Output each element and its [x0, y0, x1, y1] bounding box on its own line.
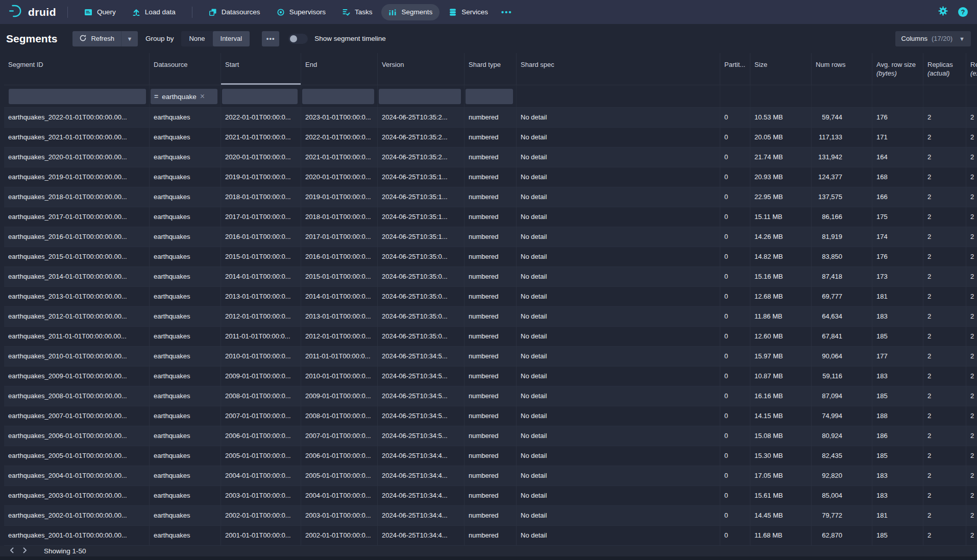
table-cell: 15.61 MB: [750, 486, 812, 505]
column-header-segment-id[interactable]: Segment ID: [4, 53, 150, 85]
filter-input-version[interactable]: [379, 89, 461, 104]
datasource-filter-chip[interactable]: =earthquake×: [151, 89, 217, 104]
table-row[interactable]: earthquakes_2011-01-01T00:00:00.00...ear…: [4, 327, 977, 347]
help-icon[interactable]: ?: [958, 7, 968, 17]
toolbar-more-button[interactable]: •••: [262, 31, 279, 46]
nav-item-segments[interactable]: Segments: [381, 4, 439, 20]
columns-button[interactable]: Columns (17/20) ▼: [895, 31, 971, 46]
table-row[interactable]: earthquakes_2015-01-01T00:00:00.00...ear…: [4, 247, 977, 267]
column-header-datasource[interactable]: Datasource: [150, 53, 221, 85]
table-cell: 2: [966, 267, 977, 286]
next-page-button[interactable]: [18, 546, 32, 556]
segment-timeline-toggle[interactable]: [288, 34, 308, 44]
nav-overflow-button[interactable]: •••: [496, 8, 518, 16]
table-row[interactable]: earthquakes_2019-01-01T00:00:00.00...ear…: [4, 167, 977, 187]
prev-page-button[interactable]: [5, 546, 18, 556]
nav-item-load-data[interactable]: Load data: [125, 4, 183, 20]
table-row[interactable]: earthquakes_2005-01-01T00:00:00.00...ear…: [4, 446, 977, 466]
filter-input-end[interactable]: [302, 89, 374, 104]
table-row[interactable]: earthquakes_2017-01-01T00:00:00.00...ear…: [4, 207, 977, 227]
filter-input-shard-type[interactable]: [466, 89, 513, 104]
table-cell: No detail: [517, 267, 720, 286]
table-cell: 0: [720, 466, 750, 485]
nav-item-services[interactable]: Services: [442, 4, 495, 20]
table-row[interactable]: earthquakes_2022-01-01T00:00:00.00...ear…: [4, 108, 977, 128]
table-cell: 21.74 MB: [750, 148, 812, 167]
table-row[interactable]: earthquakes_2004-01-01T00:00:00.00...ear…: [4, 466, 977, 486]
table-row[interactable]: earthquakes_2016-01-01T00:00:00.00...ear…: [4, 227, 977, 247]
table-row[interactable]: earthquakes_2013-01-01T00:00:00.00...ear…: [4, 287, 977, 307]
column-header-num-rows[interactable]: Num rows: [812, 53, 872, 85]
column-header-replication-factor[interactable]: Replication factor(expected): [966, 53, 977, 85]
druid-logo[interactable]: druid: [8, 4, 56, 20]
table-cell: earthquakes: [150, 207, 221, 227]
column-header-shard-type[interactable]: Shard type: [465, 53, 517, 85]
column-header-end[interactable]: End: [301, 53, 378, 85]
nav-divider: [67, 7, 68, 18]
nav-item-query[interactable]: Query: [77, 4, 123, 20]
table-row[interactable]: earthquakes_2002-01-01T00:00:00.00...ear…: [4, 506, 977, 526]
table-cell: No detail: [517, 227, 720, 247]
nav-item-supervisors[interactable]: Supervisors: [270, 4, 333, 20]
segment-timeline-label: Show segment timeline: [314, 35, 386, 42]
table-cell: 0: [720, 108, 750, 127]
table-cell: earthquakes_2020-01-01T00:00:00.00...: [4, 148, 150, 167]
table-cell: numbered: [465, 466, 517, 485]
table-cell: 2: [923, 526, 966, 545]
gear-icon[interactable]: [938, 6, 948, 18]
table-cell: 2024-06-25T10:34:4...: [378, 446, 465, 466]
scrollbar-track[interactable]: [0, 556, 977, 560]
refresh-dropdown-button[interactable]: ▼: [121, 31, 138, 46]
table-row[interactable]: earthquakes_2009-01-01T00:00:00.00...ear…: [4, 367, 977, 386]
column-header-replicas[interactable]: Replicas(actual): [923, 53, 966, 85]
table-row[interactable]: earthquakes_2012-01-01T00:00:00.00...ear…: [4, 307, 977, 327]
table-cell: 2021-01-01T00:00:0...: [221, 128, 301, 147]
filter-cell: [465, 85, 517, 107]
table-row[interactable]: earthquakes_2007-01-01T00:00:00.00...ear…: [4, 406, 977, 426]
column-header-version[interactable]: Version: [378, 53, 465, 85]
supervisors-icon: [277, 8, 285, 16]
table-cell: 2: [923, 466, 966, 485]
column-header-label: Shard type: [469, 61, 512, 68]
table-cell: 2016-01-01T00:00:0...: [301, 247, 378, 266]
table-cell: 2017-01-01T00:00:0...: [301, 227, 378, 247]
table-cell: 2005-01-01T00:00:0...: [301, 466, 378, 485]
table-row[interactable]: earthquakes_2018-01-01T00:00:00.00...ear…: [4, 187, 977, 207]
column-header-shard-spec[interactable]: Shard spec: [517, 53, 720, 85]
table-cell: earthquakes: [150, 347, 221, 366]
table-cell: earthquakes: [150, 128, 221, 147]
column-header-size[interactable]: Size: [750, 53, 812, 85]
table-cell: 2024-06-25T10:34:5...: [378, 367, 465, 386]
table-row[interactable]: earthquakes_2006-01-01T00:00:00.00...ear…: [4, 426, 977, 446]
table-row[interactable]: earthquakes_2020-01-01T00:00:00.00...ear…: [4, 148, 977, 167]
nav-item-tasks[interactable]: Tasks: [335, 4, 380, 20]
filter-input-segment-id[interactable]: [9, 89, 146, 104]
filter-cell: [4, 85, 150, 107]
table-cell: 11.86 MB: [750, 307, 812, 326]
column-header-partit[interactable]: Partit...: [720, 53, 750, 85]
close-icon[interactable]: ×: [200, 92, 205, 101]
table-row[interactable]: earthquakes_2021-01-01T00:00:00.00...ear…: [4, 128, 977, 148]
table-row[interactable]: earthquakes_2003-01-01T00:00:00.00...ear…: [4, 486, 977, 506]
table-row[interactable]: earthquakes_2001-01-01T00:00:00.00...ear…: [4, 526, 977, 546]
filter-operator-icon: =: [154, 92, 158, 101]
column-header-start[interactable]: Start: [221, 53, 301, 85]
column-header-avg-row-size[interactable]: Avg. row size(bytes): [872, 53, 923, 85]
table-row[interactable]: earthquakes_2014-01-01T00:00:00.00...ear…: [4, 267, 977, 287]
table-cell: 2024-06-25T10:35:0...: [378, 267, 465, 286]
table-row[interactable]: earthquakes_2008-01-01T00:00:00.00...ear…: [4, 386, 977, 406]
table-cell: 2: [923, 207, 966, 227]
table-cell: 183: [872, 307, 923, 326]
filter-input-start[interactable]: [222, 89, 298, 104]
filter-cell: [517, 85, 720, 107]
table-row[interactable]: earthquakes_2010-01-01T00:00:00.00...ear…: [4, 347, 977, 367]
refresh-button[interactable]: Refresh: [72, 31, 121, 46]
table-cell: 2010-01-01T00:00:0...: [221, 347, 301, 366]
table-cell: 2024-06-25T10:35:2...: [378, 108, 465, 127]
group-by-option-none[interactable]: None: [181, 31, 212, 46]
nav-item-datasources[interactable]: Datasources: [202, 4, 267, 20]
group-by-option-interval[interactable]: Interval: [213, 31, 250, 46]
table-cell: No detail: [517, 466, 720, 485]
nav-item-label: Services: [461, 8, 488, 16]
table-cell: 2: [966, 386, 977, 406]
